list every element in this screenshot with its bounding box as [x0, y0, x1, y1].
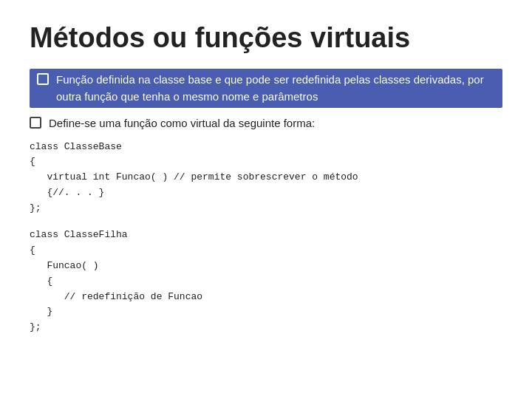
bullets-section: Função definida na classe base e que pod… [30, 69, 502, 132]
code-line: { [30, 243, 502, 259]
code-line: }; [30, 320, 502, 335]
code-line: }; [30, 201, 502, 216]
checkbox-icon-1 [37, 73, 49, 85]
code-line: class ClasseFilha [30, 228, 502, 243]
code-section: class ClasseBase { virtual int Funcao( )… [30, 140, 502, 336]
bullet-item-1: Função definida na classe base e que pod… [30, 69, 502, 108]
page-title: Métodos ou funções virtuais [30, 22, 502, 54]
code-line: class ClasseBase [30, 140, 502, 155]
code-line: { [30, 154, 502, 170]
code-line: Funcao( ) [30, 259, 502, 274]
code-block-1: class ClasseBase { virtual int Funcao( )… [30, 140, 502, 216]
bullet-text-2: Define-se uma função como virtual da seg… [49, 115, 315, 132]
checkbox-icon-2 [30, 117, 41, 129]
code-line: {//. . . } [30, 185, 502, 201]
code-line: // redefinição de Funcao [30, 290, 502, 305]
code-line: { [30, 274, 502, 290]
bullet-text-1: Função definida na classe base e que pod… [56, 72, 495, 105]
page: Métodos ou funções virtuais Função defin… [0, 0, 532, 399]
code-line: virtual int Funcao( ) // permite sobresc… [30, 170, 502, 185]
bullet-item-2: Define-se uma função como virtual da seg… [30, 115, 502, 132]
code-line: } [30, 304, 502, 320]
code-block-2: class ClasseFilha { Funcao( ) { // redef… [30, 228, 502, 335]
